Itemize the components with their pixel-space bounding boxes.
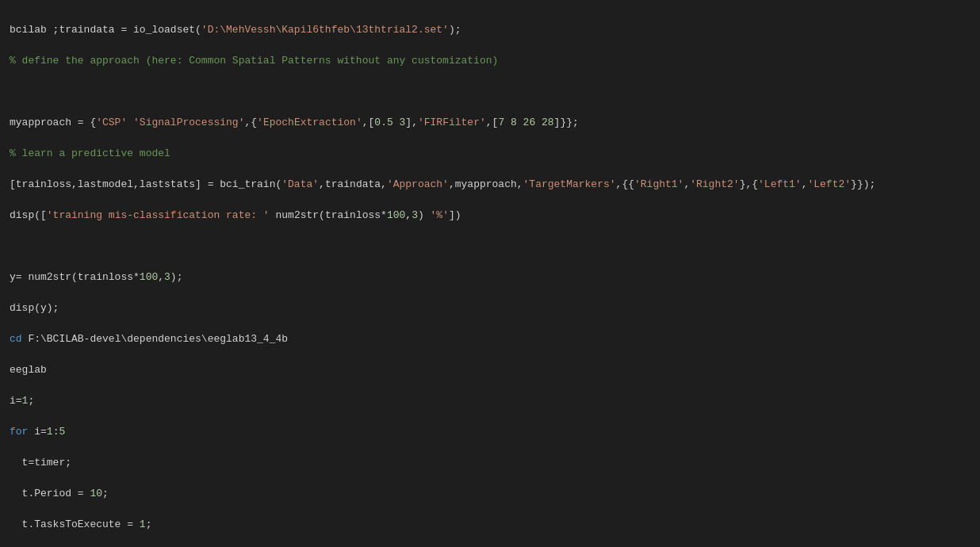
- code-line: eeglab: [10, 362, 970, 378]
- code-line: % learn a predictive model: [10, 146, 970, 162]
- code-line: cd F:\BCILAB-devel\dependencies\eeglab13…: [10, 331, 970, 347]
- code-line: for i=1:5: [10, 424, 970, 440]
- code-line: % define the approach (here: Common Spat…: [10, 53, 970, 69]
- code-line: t.TasksToExecute = 1;: [10, 517, 970, 533]
- code-line: myapproach = {'CSP' 'SignalProcessing',{…: [10, 115, 970, 131]
- code-line: t=timer;: [10, 455, 970, 471]
- code-line: [10, 239, 970, 254]
- code-line: [10, 84, 970, 100]
- code-line: y= num2str(trainloss*100,3);: [10, 270, 970, 285]
- code-line: bcilab ;traindata = io_loadset('D:\MehVe…: [10, 22, 970, 38]
- code-line: disp(y);: [10, 300, 970, 316]
- code-line: disp(['training mis-classification rate:…: [10, 208, 970, 224]
- code-line: [trainloss,lastmodel,laststats] = bci_tr…: [10, 177, 970, 193]
- code-line: i=1;: [10, 393, 970, 409]
- code-editor: bcilab ;traindata = io_loadset('D:\MehVe…: [0, 0, 980, 547]
- code-line: t.Period = 10;: [10, 486, 970, 502]
